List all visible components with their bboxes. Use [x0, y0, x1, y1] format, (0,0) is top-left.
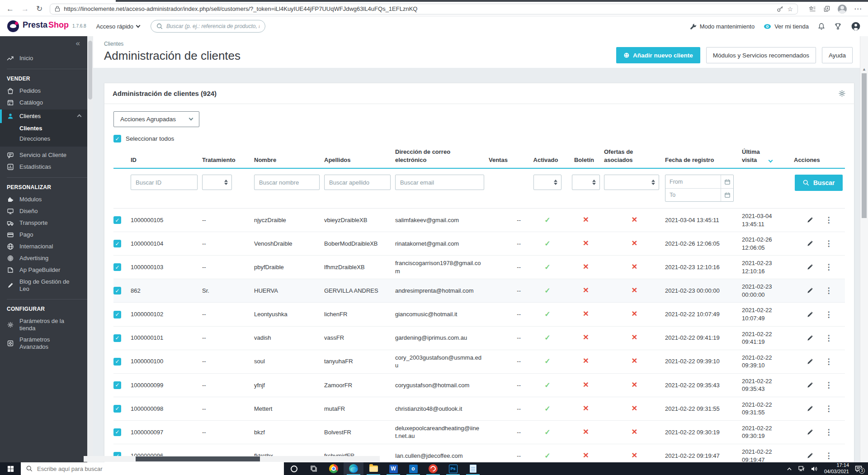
partner-offers-cross-icon[interactable]: ×	[632, 355, 637, 366]
row-checkbox[interactable]: ✓	[113, 334, 121, 342]
enabled-check-icon[interactable]: ✓	[544, 310, 550, 318]
browser-profile-avatar[interactable]	[838, 5, 847, 14]
row-menu-kebab-icon[interactable]: ⋮	[825, 216, 833, 224]
sidebar-item-parametros-avanzados[interactable]: Parámetros Avanzados	[0, 334, 87, 352]
edit-pencil-icon[interactable]	[807, 382, 813, 389]
edit-pencil-icon[interactable]	[807, 335, 813, 342]
scroll-up-arrow-icon[interactable]: ▲	[861, 67, 867, 71]
edit-pencil-icon[interactable]	[807, 429, 813, 436]
filter-apellido-input[interactable]	[324, 175, 391, 190]
taskbar-search[interactable]	[21, 462, 284, 475]
header-fecha[interactable]: Fecha de registro	[665, 156, 742, 164]
header-apellidos[interactable]: Apellidos	[324, 156, 395, 164]
partner-offers-cross-icon[interactable]: ×	[632, 426, 637, 437]
red-app-button[interactable]	[423, 462, 443, 475]
sidebar-item-servicio[interactable]: Servicio al Cliente	[0, 149, 87, 161]
enabled-check-icon[interactable]: ✓	[544, 216, 550, 224]
header-ventas[interactable]: Ventas	[489, 156, 527, 164]
bookmark-star-icon[interactable]: ☆	[787, 5, 793, 13]
content-scrollbar-thumb[interactable]	[88, 41, 92, 100]
newsletter-cross-icon[interactable]: ×	[583, 403, 589, 413]
browser-menu-icon[interactable]: ⋯	[854, 5, 862, 13]
sidebar-subitem-clientes[interactable]: Clientes	[0, 123, 87, 133]
content-scrollbar-track[interactable]	[87, 36, 93, 462]
filter-ofertas-select[interactable]	[604, 175, 659, 190]
newsletter-cross-icon[interactable]: ×	[583, 426, 589, 437]
quick-access-menu[interactable]: Acceso rápido	[96, 23, 140, 30]
row-checkbox[interactable]: ✓	[113, 381, 121, 389]
row-checkbox[interactable]: ✓	[113, 216, 121, 224]
header-ultima-visita[interactable]: Última visita	[742, 148, 794, 164]
file-explorer-button[interactable]	[363, 462, 383, 475]
newsletter-cross-icon[interactable]: ×	[583, 214, 589, 224]
row-menu-kebab-icon[interactable]: ⋮	[825, 405, 833, 413]
taskbar-clock[interactable]: 17:14 04/03/2021	[824, 462, 849, 475]
newsletter-cross-icon[interactable]: ×	[583, 355, 589, 366]
row-menu-kebab-icon[interactable]: ⋮	[825, 263, 833, 271]
filter-tratamiento-select[interactable]	[202, 175, 232, 190]
row-checkbox[interactable]: ✓	[113, 311, 121, 318]
notifications-bell-icon[interactable]	[818, 23, 825, 30]
sidebar-item-estadisticas[interactable]: Estadísticas	[0, 161, 87, 173]
edit-pencil-icon[interactable]	[807, 240, 813, 247]
sidebar-item-parametros-tienda[interactable]: Parámetros de la tienda	[0, 315, 87, 334]
sidebar-item-inicio[interactable]: Inicio	[0, 52, 87, 64]
row-menu-kebab-icon[interactable]: ⋮	[825, 381, 833, 389]
filter-date-to-input[interactable]	[665, 192, 721, 198]
enabled-check-icon[interactable]: ✓	[544, 263, 550, 271]
photoshop-button[interactable]: Ps	[443, 462, 463, 475]
select-all-checkbox[interactable]: ✓	[113, 135, 121, 142]
sidebar-collapse-icon[interactable]: «	[0, 36, 87, 49]
start-button[interactable]	[0, 462, 21, 475]
sort-desc-icon[interactable]	[769, 158, 773, 163]
row-menu-kebab-icon[interactable]: ⋮	[825, 358, 833, 366]
breadcrumb[interactable]: Clientes	[104, 41, 849, 47]
recommended-modules-button[interactable]: Módulos y Servicios recomendados	[706, 47, 816, 63]
maintenance-mode[interactable]: Modo mantenimiento	[690, 23, 755, 30]
filter-email-input[interactable]	[395, 175, 484, 190]
newsletter-cross-icon[interactable]: ×	[583, 379, 589, 390]
row-checkbox[interactable]: ✓	[113, 405, 121, 413]
password-key-icon[interactable]	[777, 5, 783, 12]
page-scrollbar-track[interactable]: ▲	[860, 36, 868, 462]
filter-nombre-input[interactable]	[254, 175, 320, 190]
header-tratamiento[interactable]: Tratamiento	[202, 156, 254, 164]
enabled-check-icon[interactable]: ✓	[544, 405, 550, 413]
reload-icon[interactable]: ↻	[36, 5, 42, 13]
partner-offers-cross-icon[interactable]: ×	[632, 379, 637, 390]
horizontal-scrollbar-track[interactable]	[84, 456, 380, 462]
enabled-check-icon[interactable]: ✓	[544, 357, 550, 365]
achievements-trophy-icon[interactable]	[834, 23, 842, 30]
prestashop-logo[interactable]: PrestaShop 1.7.6.8	[7, 20, 86, 32]
search-button[interactable]: Buscar	[795, 175, 843, 191]
chrome-button[interactable]	[324, 462, 344, 475]
calendar-icon[interactable]	[721, 175, 733, 188]
volume-icon[interactable]	[811, 466, 818, 472]
sidebar-item-transporte[interactable]: Transporte	[0, 217, 87, 229]
sidebar-item-catalogo[interactable]: Catálogo	[0, 97, 87, 109]
view-shop[interactable]: Ver mi tienda	[764, 23, 809, 30]
header-ofertas[interactable]: Ofertas de asociados	[604, 148, 647, 164]
partner-offers-cross-icon[interactable]: ×	[632, 261, 637, 271]
panel-settings-gear-icon[interactable]	[838, 90, 846, 97]
row-checkbox[interactable]: ✓	[113, 428, 121, 436]
bulk-actions-dropdown[interactable]: Acciones Agrupadas	[113, 111, 199, 127]
cortana-button[interactable]	[284, 462, 304, 475]
horizontal-scrollbar-thumb[interactable]	[136, 456, 260, 461]
row-checkbox[interactable]: ✓	[113, 287, 121, 294]
enabled-check-icon[interactable]: ✓	[544, 452, 550, 460]
sidebar-item-pagebuilder[interactable]: Ap PageBuilder	[0, 264, 87, 276]
enabled-check-icon[interactable]: ✓	[544, 240, 550, 247]
sidebar-item-clientes[interactable]: Clientes	[0, 109, 87, 123]
partner-offers-cross-icon[interactable]: ×	[632, 403, 637, 413]
partner-offers-cross-icon[interactable]: ×	[632, 285, 637, 295]
sidebar-item-advertising[interactable]: Advertising	[0, 252, 87, 264]
admin-search-input[interactable]	[166, 23, 259, 29]
enabled-check-icon[interactable]: ✓	[544, 287, 550, 294]
header-boletin[interactable]: Boletín	[568, 156, 604, 164]
account-avatar-icon[interactable]	[851, 21, 861, 31]
row-menu-kebab-icon[interactable]: ⋮	[825, 428, 833, 436]
header-email[interactable]: Dirección de correo electrónico	[395, 148, 472, 164]
help-button[interactable]: Ayuda	[822, 47, 853, 63]
back-icon[interactable]: ←	[6, 5, 14, 13]
